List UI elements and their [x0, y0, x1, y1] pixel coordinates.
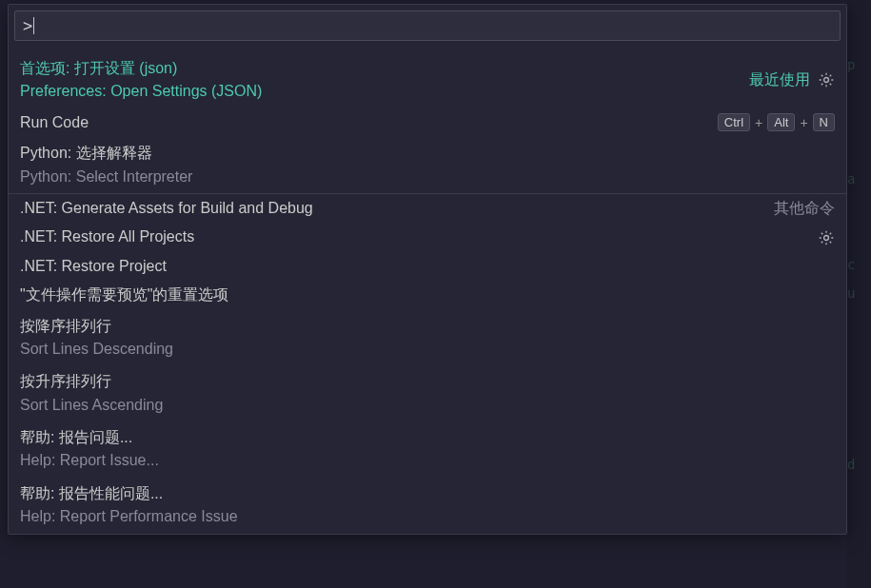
command-item-label: "文件操作需要预览"的重置选项	[20, 284, 228, 305]
command-item-label: .NET: Generate Assets for Build and Debu…	[20, 198, 313, 219]
command-item-description: Help: Report Performance Issue	[20, 506, 238, 527]
key: Alt	[767, 113, 795, 131]
keybinding: Ctrl+Alt+N	[718, 113, 835, 131]
command-item-left: 帮助: 报告性能问题...Help: Report Performance Is…	[20, 483, 238, 528]
command-item-reset-file-preview[interactable]: "文件操作需要预览"的重置选项	[9, 281, 846, 309]
prompt-prefix: >	[23, 16, 32, 35]
command-item-left: Python: 选择解释器Python: Select Interpreter	[20, 143, 192, 187]
other-commands-label: 其他命令	[774, 199, 835, 219]
command-item-left: 首选项: 打开设置 (json)Preferences: Open Settin…	[20, 58, 262, 103]
command-item-description: Python: Select Interpreter	[20, 167, 192, 187]
command-item-description: Sort Lines Descending	[20, 339, 173, 360]
command-item-left: 按降序排列行Sort Lines Descending	[20, 316, 173, 361]
command-item-left: "文件操作需要预览"的重置选项	[20, 284, 228, 305]
key-separator: +	[754, 115, 763, 130]
command-item-right: 其他命令	[774, 199, 835, 219]
command-input-container[interactable]: >	[14, 10, 841, 41]
svg-point-1	[824, 235, 829, 240]
command-item-left: .NET: Restore Project	[20, 256, 167, 277]
key: N	[813, 113, 835, 131]
command-item-dotnet-generate-assets[interactable]: .NET: Generate Assets for Build and Debu…	[9, 194, 846, 223]
recent-label: 最近使用	[749, 70, 810, 90]
command-item-sort-asc[interactable]: 按升序排列行Sort Lines Ascending	[9, 365, 846, 421]
command-item-run-code[interactable]: Run CodeCtrl+Alt+N	[9, 108, 846, 137]
command-item-right: Ctrl+Alt+N	[718, 113, 835, 131]
command-item-sort-desc[interactable]: 按降序排列行Sort Lines Descending	[9, 310, 846, 366]
command-palette: > 首选项: 打开设置 (json)Preferences: Open Sett…	[8, 4, 847, 535]
key: Ctrl	[718, 113, 750, 131]
gear-icon[interactable]	[818, 229, 835, 246]
gear-icon[interactable]	[818, 71, 835, 88]
command-item-label: .NET: Restore All Projects	[20, 226, 194, 247]
command-item-left: 帮助: 报告问题...Help: Report Issue...	[20, 427, 159, 472]
command-item-label: 按降序排列行	[20, 316, 173, 337]
command-item-right: 最近使用	[749, 70, 835, 90]
command-item-help-report-issue[interactable]: 帮助: 报告问题...Help: Report Issue...	[9, 421, 846, 478]
key-separator: +	[799, 115, 808, 130]
command-results-list: 首选项: 打开设置 (json)Preferences: Open Settin…	[9, 41, 846, 534]
command-item-help-report-perf[interactable]: 帮助: 报告性能问题...Help: Report Performance Is…	[9, 478, 846, 534]
command-item-description: Help: Report Issue...	[20, 450, 159, 471]
command-item-label: Run Code	[20, 112, 89, 133]
command-item-label: 首选项: 打开设置 (json)	[20, 58, 262, 79]
command-item-description: Sort Lines Ascending	[20, 395, 163, 416]
command-item-python-select-interpreter[interactable]: Python: 选择解释器Python: Select Interpreter	[9, 137, 846, 193]
command-item-label: .NET: Restore Project	[20, 256, 167, 277]
command-item-left: .NET: Generate Assets for Build and Debu…	[20, 198, 313, 219]
svg-point-0	[824, 78, 829, 83]
command-item-label: 帮助: 报告性能问题...	[20, 483, 238, 504]
command-item-right	[818, 229, 835, 246]
command-item-label: 按升序排列行	[20, 371, 163, 392]
command-item-dotnet-restore-all[interactable]: .NET: Restore All Projects	[9, 223, 846, 251]
command-item-left: Run Code	[20, 112, 89, 133]
command-item-label: Python: 选择解释器	[20, 143, 192, 164]
text-caret	[33, 17, 34, 34]
command-item-dotnet-restore-project[interactable]: .NET: Restore Project	[9, 252, 846, 281]
command-item-left: 按升序排列行Sort Lines Ascending	[20, 371, 163, 416]
command-item-open-settings-json[interactable]: 首选项: 打开设置 (json)Preferences: Open Settin…	[9, 52, 846, 108]
command-item-description: Preferences: Open Settings (JSON)	[20, 81, 262, 102]
command-item-left: .NET: Restore All Projects	[20, 226, 194, 247]
command-item-label: 帮助: 报告问题...	[20, 427, 159, 448]
editor-background: pacud	[847, 0, 871, 588]
